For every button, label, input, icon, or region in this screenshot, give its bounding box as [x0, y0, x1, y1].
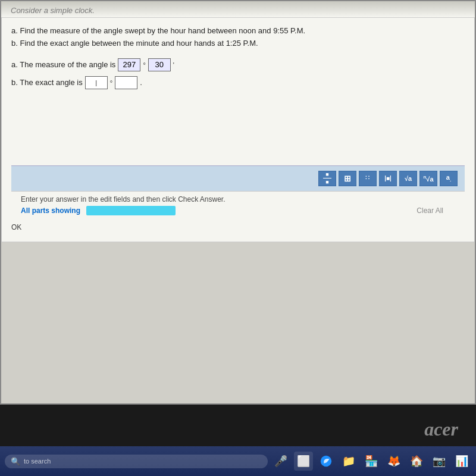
taskbar-windows-icon[interactable]: ⬜ [294, 452, 313, 471]
context-text: Consider a simple clock. [11, 6, 95, 15]
acer-logo: acer [424, 418, 458, 440]
toolbar-btn-dots[interactable]: ∷ [359, 171, 377, 186]
answer-b-input-1[interactable]: | [85, 76, 108, 89]
question-header: a. Find the measure of the angle swept b… [11, 25, 465, 50]
answer-b-period: . [140, 78, 142, 87]
ok-row: OK [11, 219, 465, 234]
empty-space [11, 94, 465, 165]
taskbar-mic-icon[interactable]: 🎤 [271, 452, 290, 471]
toolbar-btn-nthroot[interactable]: n√a [419, 171, 437, 186]
progress-bar [86, 206, 176, 215]
status-row: Enter your answer in the edit fields and… [21, 195, 455, 203]
ok-button[interactable]: OK [11, 223, 21, 231]
taskbar: 🔍 to search 🎤 ⬜ 📁 🏪 🦊 🏠 📷 📊 [0, 446, 476, 476]
question-a-text: a. Find the measure of the angle swept b… [11, 25, 465, 37]
toolbar-btn-subscript[interactable]: a. [440, 171, 458, 186]
parts-showing-row: All parts showing Clear All [21, 206, 455, 215]
clear-all-button[interactable]: Clear All [416, 206, 455, 215]
taskbar-firefox-icon[interactable]: 🦊 [384, 452, 403, 471]
toolbar-btn-sqrt[interactable]: √a [399, 171, 417, 186]
taskbar-excel-icon[interactable]: 📊 [452, 452, 471, 471]
question-b-text: b. Find the exact angle between the minu… [11, 37, 465, 50]
taskbar-store-icon[interactable]: 🏪 [362, 452, 381, 471]
parts-label: All parts showing [21, 206, 80, 215]
taskbar-edge-icon[interactable] [317, 452, 336, 471]
answer-b-label: b. The exact angle is [11, 78, 83, 87]
top-context: Consider a simple clock. [1, 1, 475, 17]
answer-a-row: a. The measure of the angle is 297 ° 30 … [11, 58, 465, 71]
answer-b-input-2[interactable] [115, 76, 137, 89]
toolbar-btn-matrix[interactable]: ⊞ [339, 171, 356, 186]
status-message: Enter your answer in the edit fields and… [21, 195, 226, 203]
taskbar-home-icon[interactable]: 🏠 [407, 452, 426, 471]
answer-a-degree-symbol: ° [143, 61, 145, 68]
answer-a-input-1[interactable]: 297 [118, 58, 140, 71]
toolbar-btn-abs[interactable]: |■| [379, 171, 397, 186]
search-input-label: to search [24, 458, 51, 465]
answer-a-label: a. The measure of the angle is [11, 60, 115, 69]
search-icon: 🔍 [11, 457, 20, 466]
screen: Consider a simple clock. a. Find the mea… [0, 0, 476, 405]
taskbar-photos-icon[interactable]: 📷 [430, 452, 449, 471]
answer-a-minute-symbol: ' [173, 61, 174, 68]
answer-b-degree-symbol: ° [110, 79, 112, 86]
status-bar: Enter your answer in the edit fields and… [11, 191, 465, 219]
math-toolbar: ■■ ⊞ ∷ |■| √a n√a a. [11, 165, 465, 191]
answer-a-input-2[interactable]: 30 [148, 58, 171, 71]
taskbar-folder-icon[interactable]: 📁 [339, 452, 358, 471]
answer-b-row: b. The exact angle is | ° . [11, 76, 465, 89]
content-area: a. Find the measure of the angle swept b… [1, 17, 475, 242]
toolbar-btn-fraction[interactable]: ■■ [318, 171, 336, 186]
taskbar-search[interactable]: 🔍 to search [5, 455, 268, 468]
